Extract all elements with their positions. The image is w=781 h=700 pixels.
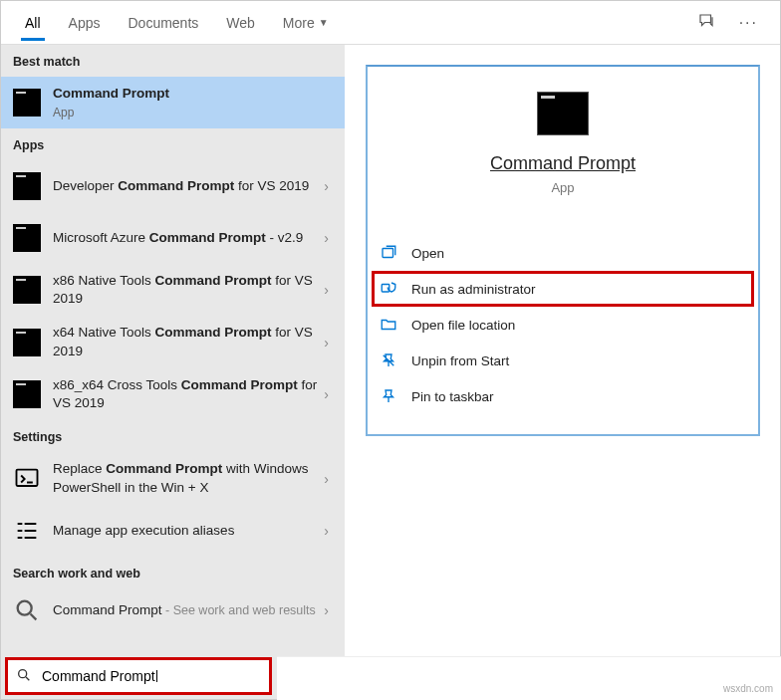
result-title: x86 Native Tools Command Prompt for VS 2… <box>53 272 320 308</box>
chevron-right-icon[interactable]: › <box>320 335 333 350</box>
result-setting[interactable]: Manage app execution aliases › <box>1 505 345 557</box>
command-prompt-icon <box>13 329 41 356</box>
action-run-admin[interactable]: Run as administrator <box>372 271 754 307</box>
section-search-web: Search work and web <box>1 557 345 588</box>
chevron-right-icon[interactable]: › <box>320 178 333 194</box>
tab-more[interactable]: More ▼ <box>269 5 343 41</box>
search-icon <box>16 667 32 686</box>
preview-app-icon <box>537 92 589 135</box>
action-label: Run as administrator <box>411 282 536 297</box>
action-label: Open <box>411 246 444 261</box>
result-web[interactable]: Command Prompt - See work and web result… <box>1 588 345 632</box>
result-title: Developer Command Prompt for VS 2019 <box>53 177 320 195</box>
bottom-bar <box>277 656 781 700</box>
alias-setting-icon <box>13 517 41 545</box>
svg-point-4 <box>19 669 27 677</box>
action-open[interactable]: Open <box>372 235 754 271</box>
command-prompt-icon <box>13 224 41 252</box>
svg-point-1 <box>18 600 32 614</box>
result-type: App <box>53 105 333 120</box>
result-title: Replace Command Prompt with Windows Powe… <box>53 460 320 496</box>
result-app[interactable]: Microsoft Azure Command Prompt - v2.9 › <box>1 212 345 264</box>
preview-type: App <box>368 180 758 195</box>
chevron-right-icon[interactable]: › <box>320 386 333 402</box>
action-label: Pin to taskbar <box>411 389 494 404</box>
chevron-down-icon: ▼ <box>319 17 329 28</box>
action-pin-taskbar[interactable]: Pin to taskbar <box>372 378 754 414</box>
section-best-match: Best match <box>1 45 345 77</box>
preview-panel: Command Prompt App Open Run as administr… <box>345 45 780 699</box>
chevron-right-icon[interactable]: › <box>320 282 333 298</box>
tab-all[interactable]: All <box>11 5 55 41</box>
terminal-setting-icon <box>13 465 41 493</box>
command-prompt-icon <box>13 380 41 408</box>
result-app[interactable]: x86 Native Tools Command Prompt for VS 2… <box>1 264 345 316</box>
result-title: x86_x64 Cross Tools Command Prompt for V… <box>53 376 320 412</box>
watermark: wsxdn.com <box>723 683 773 694</box>
search-input-box[interactable]: Command Prompt <box>5 657 272 695</box>
command-prompt-icon <box>13 172 41 200</box>
preview-title[interactable]: Command Prompt <box>368 153 758 174</box>
folder-icon <box>380 316 397 334</box>
more-options-icon[interactable]: ··· <box>727 6 770 40</box>
feedback-icon[interactable] <box>685 4 727 42</box>
search-input-value: Command Prompt <box>42 668 155 684</box>
action-label: Unpin from Start <box>411 353 509 368</box>
result-title: Command Prompt <box>53 85 333 103</box>
action-unpin-start[interactable]: Unpin from Start <box>372 343 754 378</box>
tab-documents[interactable]: Documents <box>114 5 212 41</box>
result-title: x64 Native Tools Command Prompt for VS 2… <box>53 324 320 359</box>
section-apps: Apps <box>1 128 345 160</box>
result-title: Microsoft Azure Command Prompt - v2.9 <box>53 229 320 247</box>
result-setting[interactable]: Replace Command Prompt with Windows Powe… <box>1 452 345 504</box>
filter-tabs: All Apps Documents Web More ▼ ··· <box>1 1 780 45</box>
unpin-icon <box>380 351 397 369</box>
result-app[interactable]: Developer Command Prompt for VS 2019 › <box>1 160 345 212</box>
tab-more-label: More <box>283 15 315 31</box>
pin-icon <box>380 387 397 405</box>
svg-rect-2 <box>383 249 393 258</box>
open-icon <box>380 244 397 262</box>
search-icon <box>13 596 41 624</box>
action-open-location[interactable]: Open file location <box>372 307 754 343</box>
tab-web[interactable]: Web <box>212 5 269 41</box>
chevron-right-icon[interactable]: › <box>320 471 333 487</box>
result-app[interactable]: x64 Native Tools Command Prompt for VS 2… <box>1 316 345 367</box>
action-label: Open file location <box>411 318 515 333</box>
svg-rect-0 <box>17 469 38 485</box>
result-title: Manage app execution aliases <box>53 522 320 540</box>
tab-apps[interactable]: Apps <box>55 5 115 41</box>
command-prompt-icon <box>13 89 41 117</box>
result-app[interactable]: x86_x64 Cross Tools Command Prompt for V… <box>1 368 345 420</box>
chevron-right-icon[interactable]: › <box>320 523 333 539</box>
chevron-right-icon[interactable]: › <box>320 230 333 246</box>
command-prompt-icon <box>13 276 41 304</box>
admin-shield-icon <box>380 280 397 298</box>
chevron-right-icon[interactable]: › <box>320 602 333 618</box>
section-settings: Settings <box>1 420 345 452</box>
result-title: Command Prompt - See work and web result… <box>53 601 320 619</box>
result-best-match[interactable]: Command Prompt App <box>1 77 345 128</box>
results-panel: Best match Command Prompt App Apps Devel… <box>1 45 345 699</box>
